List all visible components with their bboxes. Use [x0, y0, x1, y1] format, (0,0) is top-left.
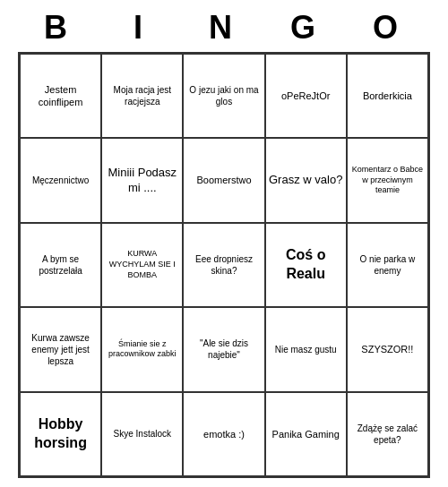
title-g: G: [267, 9, 346, 47]
cell-12: Eee dropniesz skina?: [183, 223, 264, 307]
cell-3: oPeReJtOr: [265, 54, 347, 138]
title-b: B: [20, 9, 99, 47]
cell-9: Komentarz o Babce w przeciwnym teamie: [347, 138, 428, 222]
cell-4: Borderkicia: [347, 54, 428, 138]
cell-18: Nie masz gustu: [265, 307, 347, 391]
title-o: O: [349, 9, 428, 47]
cell-19: SZYSZOR!!: [347, 307, 428, 391]
cell-21: Skye Instalock: [101, 392, 183, 476]
cell-2: O jezu jaki on ma glos: [183, 54, 264, 138]
title-n: N: [185, 9, 263, 47]
cell-16: Śmianie sie z pracownikow zabki: [101, 307, 183, 391]
cell-20: Hobby horsing: [20, 392, 101, 476]
cell-5: Męczennictwo: [20, 138, 101, 222]
cell-10: A bym se postrzelała: [20, 223, 101, 307]
cell-11: KURWA WYCHYLAM SIE I BOMBA: [101, 223, 183, 307]
bingo-title: B I N G O: [18, 9, 430, 47]
cell-24: Zdążę se zalać epeta?: [347, 392, 428, 476]
cell-23: Panika Gaming: [265, 392, 347, 476]
cell-0: Jestem coinflipem: [20, 54, 101, 138]
cell-1: Moja racja jest racjejsza: [101, 54, 183, 138]
cell-22: emotka :): [183, 392, 264, 476]
title-i: I: [102, 9, 181, 47]
bingo-grid: Jestem coinflipemMoja racja jest racjejs…: [18, 52, 430, 478]
cell-14: O nie parka w enemy: [347, 223, 428, 307]
cell-13: Coś o Realu: [265, 223, 347, 307]
cell-17: "Ale sie dzis najebie": [183, 307, 264, 391]
cell-6: Miniii Podasz mi ....: [101, 138, 183, 222]
cell-7: Boomerstwo: [183, 138, 264, 222]
cell-8: Grasz w valo?: [265, 138, 347, 222]
cell-15: Kurwa zawsze enemy jett jest lepsza: [20, 307, 101, 391]
